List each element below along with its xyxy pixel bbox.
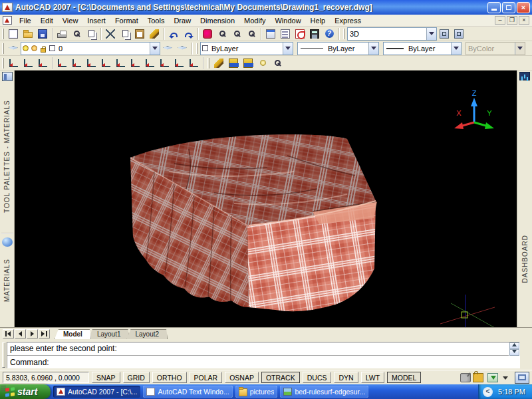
toolbar-grip[interactable] xyxy=(2,43,4,54)
menu-express[interactable]: Express xyxy=(330,15,366,26)
menu-dimension[interactable]: Dimension xyxy=(196,15,239,26)
qnew-icon[interactable] xyxy=(6,27,21,41)
mdi-close-button[interactable]: × xyxy=(519,16,529,25)
tab-layout1[interactable]: Layout1 xyxy=(88,329,130,339)
menu-tools[interactable]: Tools xyxy=(143,15,170,26)
toggle-snap[interactable]: SNAP xyxy=(92,372,120,383)
toggle-osnap[interactable]: OSNAP xyxy=(225,372,259,383)
menu-window[interactable]: Window xyxy=(270,15,305,26)
ucs-object-icon[interactable] xyxy=(84,57,98,70)
layer-on-icon[interactable] xyxy=(23,45,29,51)
render-icon[interactable] xyxy=(226,57,241,70)
color-combo[interactable]: ByLayer xyxy=(200,42,293,55)
ucs-previous-icon[interactable] xyxy=(35,57,50,70)
tray-chevron-icon[interactable] xyxy=(500,373,511,382)
toggle-model[interactable]: MODEL xyxy=(387,372,421,383)
start-button[interactable]: start xyxy=(0,384,51,399)
tab-layout2[interactable]: Layout2 xyxy=(126,329,168,339)
drawing-document-icon[interactable] xyxy=(3,16,12,25)
workspace-settings-icon[interactable] xyxy=(437,27,452,41)
layer-previous-icon[interactable] xyxy=(160,42,175,55)
chevron-down-icon[interactable] xyxy=(368,43,378,55)
ucs-icon[interactable] xyxy=(6,57,21,70)
quickcalc-icon[interactable] xyxy=(307,27,322,41)
toolbar-grip[interactable] xyxy=(343,29,345,39)
lights-icon[interactable] xyxy=(241,57,255,70)
layer-states-icon[interactable] xyxy=(175,42,190,55)
taskbar-task-text-window[interactable]: AutoCAD Text Windo... xyxy=(143,386,232,398)
menu-file[interactable]: File xyxy=(15,15,36,26)
ucs-zaxis-icon[interactable] xyxy=(98,57,113,70)
chevron-down-icon[interactable] xyxy=(283,43,293,55)
undo-icon[interactable] xyxy=(166,27,181,41)
markup-set-manager-icon[interactable] xyxy=(293,27,307,41)
layer-combo[interactable]: 0 xyxy=(21,42,160,55)
menu-view[interactable]: View xyxy=(58,15,83,26)
communication-center-icon[interactable] xyxy=(460,373,471,382)
paste-icon[interactable] xyxy=(132,27,147,41)
hide-icon[interactable] xyxy=(211,57,226,70)
open-icon[interactable] xyxy=(21,27,35,41)
chevron-down-icon[interactable] xyxy=(426,28,436,40)
command-prompt-line[interactable]: Command: xyxy=(7,356,519,368)
linetype-combo[interactable]: ByLayer xyxy=(297,42,379,55)
toolbar-lock-icon[interactable] xyxy=(473,373,483,382)
command-window-grip[interactable] xyxy=(2,342,5,368)
command-vscrollbar[interactable] xyxy=(509,342,519,356)
ucs-x-icon[interactable] xyxy=(128,57,142,70)
toggle-grid[interactable]: GRID xyxy=(123,372,150,383)
zoom-realtime-icon[interactable] xyxy=(215,27,229,41)
tab-prev-icon[interactable] xyxy=(15,329,26,338)
tab-model[interactable]: Model xyxy=(55,329,91,339)
toggle-polar[interactable]: POLAR xyxy=(190,372,223,383)
tool-palettes-icon[interactable] xyxy=(2,72,13,81)
menu-format[interactable]: Format xyxy=(110,15,143,26)
ucs-apply-icon[interactable] xyxy=(172,57,186,70)
menu-insert[interactable]: Insert xyxy=(82,15,110,26)
ucs-world-icon[interactable] xyxy=(21,57,35,70)
dashboard-title[interactable]: DASHBOARD xyxy=(521,195,529,323)
menu-draw[interactable]: Draw xyxy=(169,15,196,26)
toggle-ortho[interactable]: ORTHO xyxy=(152,372,187,383)
layer-lock-icon[interactable] xyxy=(41,48,46,53)
ucs-y-icon[interactable] xyxy=(142,57,157,70)
toolbar-grip[interactable] xyxy=(2,58,4,68)
render-settings-icon[interactable] xyxy=(270,57,285,70)
chevron-down-icon[interactable] xyxy=(451,43,461,55)
ucs-3point-icon[interactable] xyxy=(113,57,128,70)
scroll-up-icon[interactable] xyxy=(509,342,519,349)
publish-icon[interactable] xyxy=(84,27,98,41)
drawing-viewport[interactable]: Z X Y xyxy=(15,70,517,327)
taskbar-clock[interactable]: 5:18 PM xyxy=(498,388,525,396)
coordinate-readout[interactable]: 5.8303, 6.0960 , 0.0000 xyxy=(3,372,89,383)
materials-sphere-icon[interactable] xyxy=(2,237,13,247)
menu-help[interactable]: Help xyxy=(306,15,331,26)
my-workspace-icon[interactable] xyxy=(452,27,466,41)
menu-edit[interactable]: Edit xyxy=(36,15,58,26)
clean-screen-button[interactable] xyxy=(515,372,529,384)
autocad-app-icon[interactable] xyxy=(2,3,13,12)
toolbar-grip[interactable] xyxy=(207,58,209,68)
taskbar-task-autocad[interactable]: AutoCAD 2007 - [C:\... xyxy=(53,386,140,398)
help-icon[interactable]: ? xyxy=(322,27,336,41)
properties-icon[interactable] xyxy=(263,27,278,41)
mdi-minimize-button[interactable]: – xyxy=(495,16,505,25)
toggle-ducs[interactable]: DUCS xyxy=(303,372,332,383)
materials-tool-icon[interactable] xyxy=(255,57,270,70)
lineweight-combo[interactable]: ByLayer xyxy=(383,42,462,55)
plot-preview-icon[interactable] xyxy=(69,27,84,41)
ucs-face-icon[interactable] xyxy=(69,57,84,70)
close-button[interactable]: × xyxy=(517,2,530,13)
taskbar-task-bed-image[interactable]: bed-rulesurf-edgesur... xyxy=(280,386,368,398)
tab-first-icon[interactable] xyxy=(3,329,14,338)
toolbar-grip[interactable] xyxy=(2,29,4,39)
save-icon[interactable] xyxy=(35,27,50,41)
tool-palettes-title[interactable]: TOOL PALETTES - MATERIALS xyxy=(3,86,11,226)
toggle-dyn[interactable]: DYN xyxy=(334,372,358,383)
match-properties-icon[interactable] xyxy=(147,27,162,41)
pan-realtime-icon[interactable] xyxy=(200,27,215,41)
zoom-previous-icon[interactable] xyxy=(244,27,259,41)
command-text-area[interactable]: please enter the second point: Command: xyxy=(7,342,520,368)
toggle-otrack[interactable]: OTRACK xyxy=(261,372,300,383)
layer-properties-icon[interactable] xyxy=(6,42,21,55)
